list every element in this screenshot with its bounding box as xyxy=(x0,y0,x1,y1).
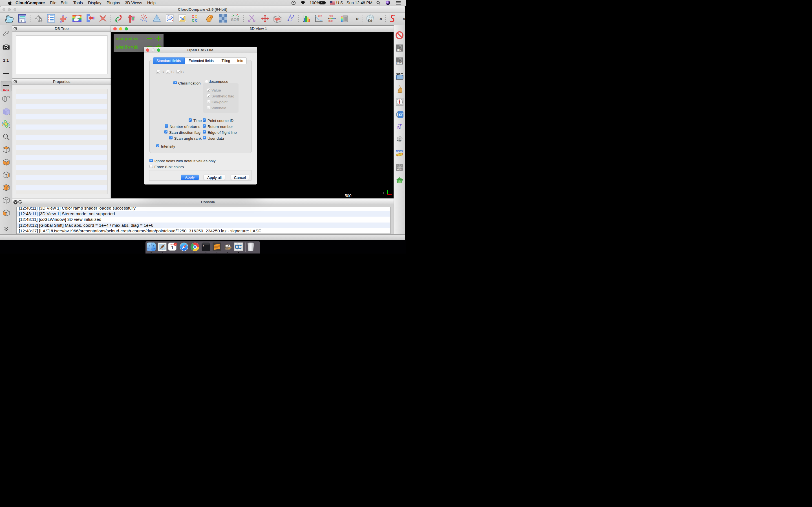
svg-text:PCV: PCV xyxy=(397,168,402,171)
svg-text:C: C xyxy=(238,243,242,250)
svg-text:max: max xyxy=(328,19,334,22)
svg-text:N: N xyxy=(397,125,401,130)
svg-text:C: C xyxy=(192,18,195,22)
svg-text:SF: SF xyxy=(399,113,403,117)
svg-text:SSAO: SSAO xyxy=(396,62,402,64)
svg-text:C: C xyxy=(192,14,195,18)
svg-text:Kd: Kd xyxy=(368,19,372,22)
svg-text:SOR: SOR xyxy=(231,17,239,22)
svg-text:1: 1 xyxy=(175,243,176,245)
svg-text:C: C xyxy=(195,14,198,18)
svg-text:μ,σ: μ,σ xyxy=(318,14,322,17)
svg-text:EDL: EDL xyxy=(397,49,401,51)
svg-text:min: min xyxy=(329,14,333,17)
svg-text:APR: APR xyxy=(170,243,174,245)
svg-text:>_: >_ xyxy=(203,245,206,247)
svg-text:HPR: HPR xyxy=(397,139,402,142)
svg-text:C: C xyxy=(195,18,198,22)
svg-text:M3C2: M3C2 xyxy=(396,150,403,153)
svg-text:1: 1 xyxy=(171,245,174,250)
